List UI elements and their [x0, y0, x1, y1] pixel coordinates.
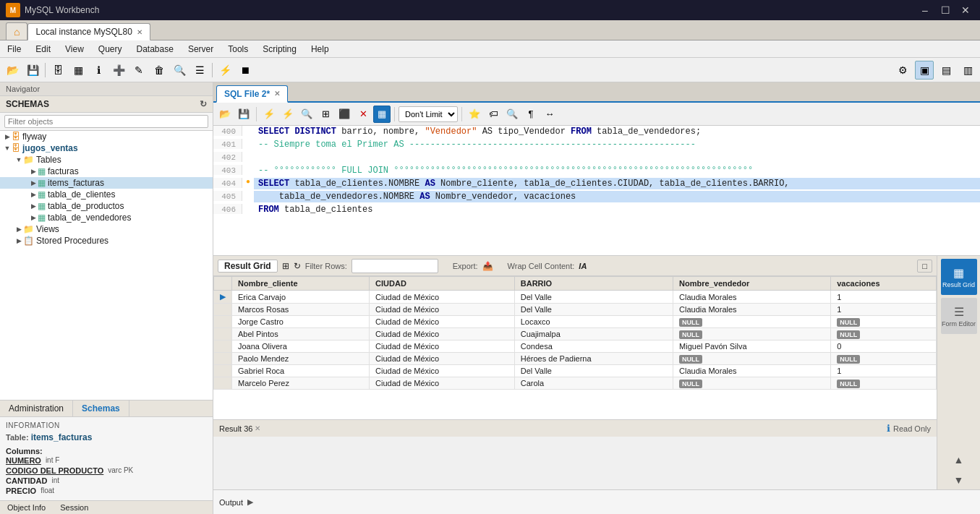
- tree-item-tables[interactable]: ▼ 📁 Tables: [0, 154, 213, 166]
- administration-tab[interactable]: Administration: [0, 401, 73, 416]
- code-plain-405a: tabla_de_vendedores.NOMBRE: [258, 192, 419, 202]
- sql-wrap-btn[interactable]: ↔: [541, 106, 558, 123]
- col-header-vacaciones[interactable]: vacaciones: [831, 277, 937, 291]
- instance-tab[interactable]: Local instance MySQL80 ✕: [27, 23, 150, 40]
- side-scroll-down-btn[interactable]: ▼: [950, 471, 968, 489]
- sql-grid-btn[interactable]: ▦: [373, 106, 391, 123]
- tree-item-facturas[interactable]: ▶ ▦ facturas: [0, 166, 213, 177]
- toolbar-open-btn[interactable]: 📂: [3, 61, 22, 80]
- menu-help[interactable]: Help: [304, 43, 336, 56]
- tree-item-stored-procedures[interactable]: ▶ 📋 Stored Procedures: [0, 235, 213, 247]
- result-expand-btn[interactable]: □: [917, 260, 932, 273]
- toolbar-layout1-btn[interactable]: ▣: [915, 61, 934, 80]
- tree-item-tabla-productos[interactable]: ▶ ▦ tabla_de_productos: [0, 200, 213, 212]
- maximize-button[interactable]: ☐: [937, 3, 954, 17]
- tree-arrow-jugos: ▼: [3, 145, 12, 152]
- tree-item-tabla-vendedores[interactable]: ▶ ▦ tabla_de_vendedores: [0, 212, 213, 223]
- schemas-tab[interactable]: Schemas: [73, 401, 129, 416]
- wrap-ia-btn[interactable]: IA: [579, 262, 587, 270]
- sql-editor[interactable]: 400 SELECT DISTINCT barrio, nombre, "Ven…: [213, 126, 980, 256]
- export-icon[interactable]: 📤: [482, 261, 493, 271]
- tree-item-tabla-clientes[interactable]: ▶ ▦ tabla_de_clientes: [0, 189, 213, 200]
- refresh-icon[interactable]: ↻: [200, 99, 207, 109]
- result-count-close[interactable]: ✕: [255, 424, 260, 432]
- result-grid-tab[interactable]: Result Grid: [218, 260, 278, 273]
- sql-search2-btn[interactable]: 🔍: [503, 106, 521, 123]
- menu-file[interactable]: File: [0, 43, 28, 56]
- toolbar-settings-btn[interactable]: ⚙: [893, 61, 912, 80]
- menu-server[interactable]: Server: [181, 43, 221, 56]
- toolbar-inspect-btn[interactable]: ℹ: [89, 61, 108, 80]
- menu-edit[interactable]: Edit: [28, 43, 58, 56]
- result-table-container[interactable]: Nombre_cliente CIUDAD BARRIO Nombre_vend…: [213, 276, 937, 419]
- instance-tab-close[interactable]: ✕: [137, 28, 142, 36]
- line-marker-404: ●: [242, 178, 254, 186]
- line-content-402: [254, 152, 980, 163]
- tree-item-views[interactable]: ▶ 📁 Views: [0, 223, 213, 235]
- session-tab[interactable]: Session: [53, 501, 95, 514]
- tree-item-items-facturas[interactable]: ▶ ▦ items_facturas: [0, 177, 213, 189]
- sql-tab-close[interactable]: ✕: [274, 90, 280, 98]
- sql-indent-btn[interactable]: ¶: [522, 106, 540, 123]
- sql-execute-btn[interactable]: ⚡: [260, 106, 278, 123]
- sql-tabs-bar: SQL File 2* ✕: [213, 82, 980, 103]
- info-title: Information: [6, 421, 207, 429]
- toolbar-search-btn[interactable]: 🔍: [170, 61, 189, 80]
- filter-objects-input[interactable]: [4, 115, 208, 128]
- col-header-barrio[interactable]: BARRIO: [514, 277, 673, 291]
- window-controls[interactable]: – ☐ ✕: [916, 3, 974, 17]
- result-grid-side-btn[interactable]: ▦ Result Grid: [941, 259, 977, 295]
- sql-tag-btn[interactable]: 🏷: [485, 106, 502, 123]
- tree-item-flyway[interactable]: ▶ 🗄 flyway: [0, 131, 213, 142]
- limit-select[interactable]: Don't Limit 1000 rows 500 rows 200 rows: [399, 106, 458, 122]
- sql-stop-btn[interactable]: ⬛: [336, 106, 353, 123]
- toolbar-table-btn[interactable]: ▦: [69, 61, 88, 80]
- menu-database[interactable]: Database: [129, 43, 181, 56]
- result-grid-icon1[interactable]: ⊞: [282, 261, 289, 271]
- sql-execute-sel-btn[interactable]: ⚡: [279, 106, 297, 123]
- col-header-ciudad[interactable]: CIUDAD: [370, 277, 515, 291]
- navigator-header: Navigator: [0, 82, 213, 96]
- cell-ciudad: Ciudad de México: [370, 291, 515, 304]
- sql-save-btn[interactable]: 💾: [235, 106, 252, 123]
- sql-bookmark-btn[interactable]: ⭐: [466, 106, 483, 123]
- cell-nombre-vendedor: NULL: [673, 353, 831, 365]
- menu-view[interactable]: View: [58, 43, 91, 56]
- result-count-tab[interactable]: Result 36 ✕: [219, 424, 260, 433]
- toolbar-layout2-btn[interactable]: ▤: [937, 61, 955, 80]
- null-badge-vendedor: NULL: [679, 355, 702, 364]
- sql-format-btn[interactable]: ⊞: [317, 106, 334, 123]
- object-info-tab[interactable]: Object Info: [0, 501, 53, 514]
- cell-ciudad: Ciudad de México: [370, 316, 515, 328]
- sql-search-btn[interactable]: 🔍: [298, 106, 315, 123]
- filter-rows-input[interactable]: [351, 259, 438, 273]
- tree-item-jugos-ventas[interactable]: ▼ 🗄 jugos_ventas: [0, 142, 213, 154]
- toolbar-layout3-btn[interactable]: ▥: [958, 61, 977, 80]
- toolbar-add-btn[interactable]: ➕: [109, 61, 128, 80]
- toolbar-schema-btn[interactable]: 🗄: [48, 61, 67, 80]
- col-header-nombre-cliente[interactable]: Nombre_cliente: [232, 277, 370, 291]
- sql-open-btn[interactable]: 📂: [216, 106, 234, 123]
- toolbar-save-btn[interactable]: 💾: [23, 61, 42, 80]
- close-button[interactable]: ✕: [957, 3, 974, 17]
- minimize-button[interactable]: –: [916, 3, 934, 17]
- form-editor-side-btn[interactable]: ☰ Form Editor: [941, 298, 977, 334]
- result-grid-icon2[interactable]: ↻: [294, 261, 301, 271]
- menu-query[interactable]: Query: [91, 43, 129, 56]
- col-type-codigo: varc PK: [108, 466, 133, 475]
- kw-as-405: AS: [419, 192, 430, 202]
- sql-cancel-btn[interactable]: ✕: [354, 106, 372, 123]
- sql-file-tab[interactable]: SQL File 2* ✕: [216, 85, 288, 103]
- home-tab[interactable]: ⌂: [6, 22, 27, 40]
- toolbar-filter-btn[interactable]: ☰: [190, 61, 209, 80]
- toolbar-mod-btn[interactable]: ✎: [129, 61, 148, 80]
- menu-scripting[interactable]: Scripting: [255, 43, 304, 56]
- items-facturas-table-icon: ▦: [38, 178, 46, 188]
- side-scroll-up-btn[interactable]: ▲: [950, 450, 968, 469]
- menu-tools[interactable]: Tools: [221, 43, 255, 56]
- toolbar-del-btn[interactable]: 🗑: [150, 61, 169, 80]
- table-row: Joana OliveraCiudad de MéxicoCondesaMigu…: [214, 340, 937, 353]
- col-header-nombre-vendedor[interactable]: Nombre_vendedor: [673, 277, 831, 291]
- toolbar-stop-btn[interactable]: ⏹: [236, 61, 255, 80]
- toolbar-query-btn[interactable]: ⚡: [216, 61, 234, 80]
